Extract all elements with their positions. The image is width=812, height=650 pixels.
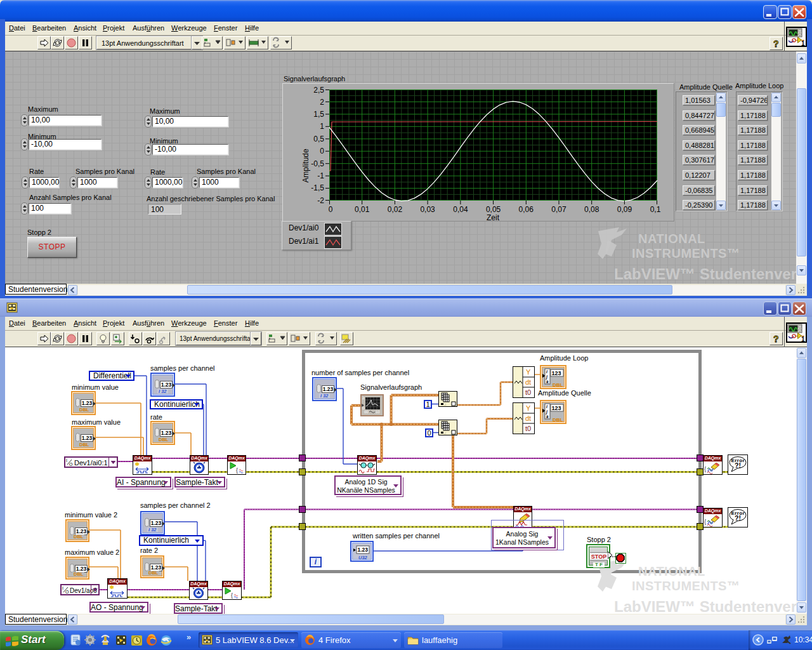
svg-text:?: ?: [773, 334, 779, 344]
svg-text:10: 10: [376, 410, 380, 414]
svg-text:?: ?: [773, 39, 779, 49]
svg-text:0: 0: [329, 205, 333, 214]
svg-text:2,5: 2,5: [313, 86, 324, 95]
svg-text:-1: -1: [317, 171, 324, 180]
svg-text:DBL: DBL: [553, 382, 563, 388]
svg-text:O: O: [65, 590, 69, 594]
svg-text:-2: -2: [317, 196, 324, 205]
svg-text:t0: t0: [525, 388, 531, 396]
svg-text:0,01: 0,01: [355, 205, 370, 214]
svg-text:123: 123: [552, 405, 561, 411]
svg-text:0,5: 0,5: [313, 135, 324, 143]
svg-text:2: 2: [320, 98, 324, 107]
svg-text:?!: ?!: [735, 461, 741, 469]
svg-text:Y: Y: [526, 404, 531, 412]
svg-text:0,06: 0,06: [519, 205, 534, 214]
svg-text:{: {: [236, 467, 238, 474]
svg-text:1: 1: [801, 40, 805, 46]
svg-text:0,05: 0,05: [486, 205, 501, 214]
svg-text:I: I: [66, 458, 67, 463]
svg-text:-0,5: -0,5: [311, 159, 324, 168]
svg-text:0,04: 0,04: [453, 205, 468, 214]
svg-text:0,03: 0,03: [420, 205, 435, 214]
svg-text:{: {: [704, 466, 706, 472]
svg-text:dt: dt: [525, 378, 531, 386]
svg-text:1,5: 1,5: [313, 110, 324, 119]
svg-text:Y: Y: [526, 368, 531, 376]
svg-text:00: 00: [364, 410, 369, 414]
svg-text:123: 123: [552, 370, 561, 376]
svg-text:0,07: 0,07: [551, 205, 566, 214]
svg-text:INSTRUMENTS™: INSTRUMENTS™: [632, 246, 740, 260]
svg-text:LabVIEW™ Studentenversion: LabVIEW™ Studentenversion: [614, 265, 796, 282]
svg-text:Amplitude: Amplitude: [301, 149, 310, 183]
svg-text:-1,5: -1,5: [311, 183, 324, 192]
svg-text:.:: .:: [444, 402, 447, 406]
svg-text:?!: ?!: [735, 514, 741, 522]
svg-text:I: I: [62, 586, 63, 590]
svg-text:{: {: [231, 592, 233, 599]
svg-text:O: O: [69, 462, 73, 466]
svg-text:1: 1: [801, 336, 805, 342]
svg-text:dt: dt: [525, 415, 531, 422]
svg-text:1.23: 1.23: [358, 547, 369, 553]
svg-text:.:: .:: [444, 431, 447, 435]
svg-text:NATIONAL: NATIONAL: [638, 232, 705, 246]
svg-text:DBL: DBL: [553, 417, 563, 423]
svg-text:1: 1: [320, 122, 324, 131]
svg-text:{: {: [704, 519, 706, 525]
svg-text:Zeit: Zeit: [487, 213, 500, 222]
svg-text:U32: U32: [358, 555, 368, 560]
svg-text:0,1: 0,1: [650, 205, 661, 214]
svg-text:0,09: 0,09: [617, 205, 632, 214]
svg-text:t0: t0: [525, 425, 531, 432]
svg-text:0,08: 0,08: [584, 205, 599, 214]
svg-text:0: 0: [320, 147, 324, 156]
svg-text:0,02: 0,02: [388, 205, 403, 214]
